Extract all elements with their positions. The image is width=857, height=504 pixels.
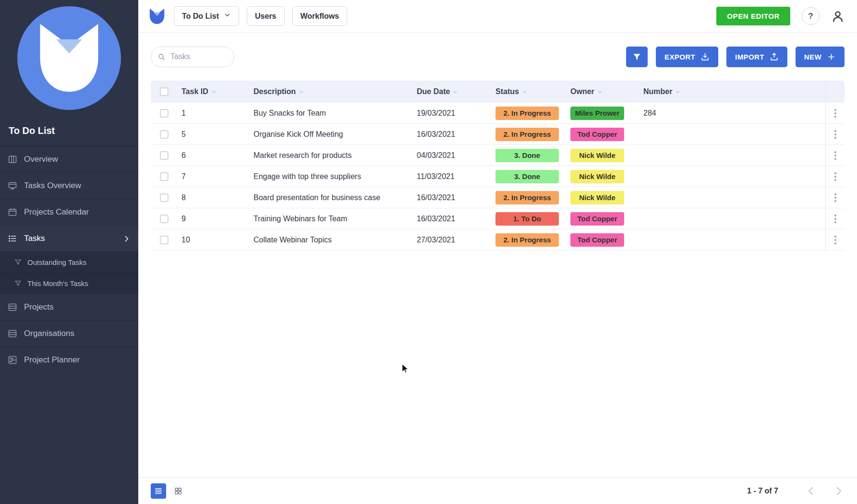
- table-header-row: Task ID Description Due Date Status Owne…: [151, 81, 845, 103]
- column-header-task-id[interactable]: Task ID: [178, 81, 250, 103]
- new-button-label: NEW: [804, 53, 821, 61]
- task-id-value: 10: [181, 236, 190, 244]
- row-checkbox[interactable]: [160, 130, 169, 139]
- prev-page-button[interactable]: [805, 485, 817, 497]
- plus-icon: [827, 52, 836, 61]
- row-menu-kebab-icon[interactable]: [832, 106, 839, 120]
- task-id-cell: 10: [178, 229, 250, 250]
- owner-badge: Nick Wilde: [570, 149, 624, 162]
- status-badge: 1. To Do: [495, 212, 559, 226]
- row-checkbox-cell: [151, 208, 178, 229]
- sidebar-item-tasks[interactable]: Tasks: [0, 225, 138, 252]
- select-all-checkbox[interactable]: [160, 87, 169, 96]
- row-checkbox[interactable]: [160, 151, 169, 160]
- column-header-due-date[interactable]: Due Date: [413, 81, 492, 103]
- export-button-label: EXPORT: [664, 53, 695, 61]
- description-cell: Organise Kick Off Meeting: [250, 124, 413, 144]
- open-editor-label: OPEN EDITOR: [727, 12, 780, 20]
- task-id-cell: 9: [178, 208, 250, 229]
- row-menu-kebab-icon[interactable]: [832, 191, 839, 205]
- column-header-actions: [825, 81, 845, 103]
- help-button[interactable]: ?: [802, 7, 820, 25]
- next-page-button[interactable]: [833, 485, 845, 497]
- owner-cell: Tod Copper: [567, 124, 640, 144]
- row-checkbox-cell: [151, 187, 178, 208]
- chevron-right-icon: [122, 235, 131, 243]
- column-header-owner[interactable]: Owner: [567, 81, 640, 103]
- import-button-label: IMPORT: [735, 53, 764, 61]
- due-date-value: 16/03/2021: [417, 215, 455, 223]
- list-view-button[interactable]: [151, 483, 166, 499]
- sidebar-item-outstanding-tasks[interactable]: Outstanding Tasks: [0, 252, 138, 273]
- chevron-down-icon: [224, 12, 231, 21]
- status-cell: 3. Done: [492, 145, 567, 166]
- owner-cell: Tod Copper: [567, 208, 640, 229]
- filter-button[interactable]: [626, 47, 648, 67]
- workflows-button[interactable]: Workflows: [292, 6, 348, 26]
- sort-icon: [211, 89, 217, 95]
- table-row[interactable]: 9 Training Webinars for Team 16/03/2021 …: [151, 208, 845, 229]
- table-icon: [8, 302, 17, 312]
- due-date-value: 19/03/2021: [417, 109, 455, 118]
- row-checkbox[interactable]: [160, 109, 169, 118]
- table-icon: [8, 329, 17, 338]
- number-cell: 284: [640, 103, 825, 123]
- user-menu-button[interactable]: [831, 10, 845, 23]
- table-row[interactable]: 10 Collate Webinar Topics 27/03/2021 2. …: [151, 229, 845, 251]
- sidebar-item-this-months-tasks[interactable]: This Month's Tasks: [0, 273, 138, 294]
- row-checkbox[interactable]: [160, 193, 169, 202]
- sidebar-item-overview[interactable]: Overview: [0, 146, 138, 172]
- sidebar-item-project-planner[interactable]: Project Planner: [0, 347, 138, 373]
- sidebar-item-projects[interactable]: Projects: [0, 294, 138, 320]
- presentation-icon: [8, 181, 17, 191]
- column-label: Due Date: [417, 87, 450, 96]
- sidebar-item-tasks-overview[interactable]: Tasks Overview: [0, 172, 138, 199]
- owner-cell: Miles Prower: [567, 103, 640, 123]
- table-row[interactable]: 8 Board presentation for business case 1…: [151, 187, 845, 208]
- column-header-number[interactable]: Number: [640, 81, 825, 103]
- row-menu-kebab-icon[interactable]: [832, 127, 839, 142]
- description-cell: Engage with top three suppliers: [250, 166, 413, 187]
- number-value: 284: [643, 109, 656, 118]
- status-cell: 1. To Do: [492, 208, 567, 229]
- description-cell: Training Webinars for Team: [250, 208, 413, 229]
- due-date-value: 27/03/2021: [417, 236, 455, 244]
- table-row[interactable]: 6 Market research for products 04/03/202…: [151, 145, 845, 166]
- app-window: To Do List Overview Tasks Overview Proje…: [0, 0, 857, 504]
- row-checkbox[interactable]: [160, 236, 169, 244]
- grid-view-button[interactable]: [170, 483, 186, 499]
- calendar-icon: [8, 207, 17, 217]
- export-button[interactable]: EXPORT: [656, 47, 718, 67]
- row-menu-kebab-icon[interactable]: [832, 148, 839, 163]
- import-button[interactable]: IMPORT: [726, 47, 787, 67]
- row-menu-kebab-icon[interactable]: [832, 233, 839, 247]
- row-menu-kebab-icon[interactable]: [832, 169, 839, 184]
- open-editor-button[interactable]: OPEN EDITOR: [716, 7, 790, 25]
- row-checkbox[interactable]: [160, 215, 169, 223]
- pagination: 1 - 7 of 7: [747, 485, 845, 497]
- sidebar-item-projects-calendar[interactable]: Projects Calendar: [0, 199, 138, 225]
- row-checkbox[interactable]: [160, 172, 169, 181]
- sidebar-item-label: Project Planner: [24, 355, 80, 365]
- new-button[interactable]: NEW: [796, 47, 845, 67]
- row-checkbox-cell: [151, 103, 178, 123]
- users-button[interactable]: Users: [247, 6, 284, 26]
- due-date-cell: 16/03/2021: [413, 187, 492, 208]
- workspace-selector-button[interactable]: To Do List: [174, 6, 239, 26]
- owner-cell: Nick Wilde: [567, 187, 640, 208]
- main-area: To Do List Users Workflows OPEN EDITOR ?: [138, 0, 857, 504]
- table-row[interactable]: 5 Organise Kick Off Meeting 16/03/2021 2…: [151, 124, 845, 145]
- table-row[interactable]: 1 Buy Snacks for Team 19/03/2021 2. In P…: [151, 103, 845, 124]
- column-header-description[interactable]: Description: [250, 81, 413, 103]
- description-cell: Board presentation for business case: [250, 187, 413, 208]
- row-menu-kebab-icon[interactable]: [832, 212, 839, 226]
- owner-cell: Tod Copper: [567, 229, 640, 250]
- sidebar-item-organisations[interactable]: Organisations: [0, 320, 138, 347]
- workspace-selector-label: To Do List: [182, 12, 219, 21]
- fox-logo-avatar-icon: [17, 6, 121, 110]
- table-row[interactable]: 7 Engage with top three suppliers 11/03/…: [151, 166, 845, 187]
- column-header-status[interactable]: Status: [492, 81, 567, 103]
- sidebar-item-label: Organisations: [24, 329, 74, 338]
- due-date-cell: 16/03/2021: [413, 208, 492, 229]
- number-cell: [640, 208, 825, 229]
